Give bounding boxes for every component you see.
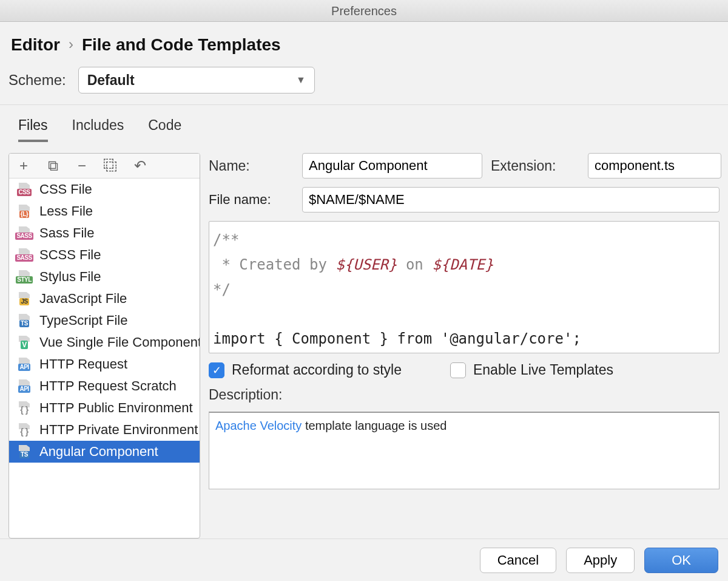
template-list[interactable]: CSSCSS File{L}Less FileSASSSass FileSASS… <box>9 178 200 538</box>
chevron-right-icon: › <box>69 36 73 53</box>
filename-input[interactable] <box>302 187 720 212</box>
description-label: Description: <box>209 387 720 403</box>
file-type-icon: { } <box>15 423 33 437</box>
filename-label: File name: <box>209 192 294 208</box>
name-input[interactable] <box>302 153 482 178</box>
chevron-down-icon: ▼ <box>296 75 306 86</box>
tab-files[interactable]: Files <box>18 117 48 142</box>
file-type-icon: API <box>15 358 33 371</box>
list-item[interactable]: VVue Single File Component <box>9 331 200 353</box>
list-item[interactable]: { }HTTP Private Environment <box>9 419 200 441</box>
file-type-icon: STYL <box>15 270 33 284</box>
description-text: template language is used <box>302 419 447 432</box>
list-item[interactable]: APIHTTP Request Scratch <box>9 375 200 397</box>
file-type-icon: JS <box>15 292 33 305</box>
tab-code[interactable]: Code <box>148 117 181 142</box>
file-type-icon: { } <box>15 401 33 415</box>
list-item-label: HTTP Request Scratch <box>39 378 177 394</box>
list-toolbar: + ⧉ − ⿻ ↶ <box>9 154 200 178</box>
breadcrumb-root[interactable]: Editor <box>11 35 60 55</box>
list-item[interactable]: TSTypeScript File <box>9 310 200 331</box>
file-type-icon: V <box>15 336 33 349</box>
list-item-label: HTTP Public Environment <box>39 400 193 416</box>
list-item-label: Less File <box>39 203 93 219</box>
name-label: Name: <box>209 158 294 174</box>
extension-label: Extension: <box>491 158 579 174</box>
list-item-label: HTTP Request <box>39 356 127 372</box>
reformat-label: Reformat according to style <box>232 362 402 378</box>
extension-input[interactable] <box>588 153 721 178</box>
list-item[interactable]: APIHTTP Request <box>9 353 200 375</box>
list-item[interactable]: SASSSCSS File <box>9 244 200 266</box>
divider <box>0 104 728 105</box>
apache-velocity-link[interactable]: Apache Velocity <box>215 419 302 432</box>
window-title: Preferences <box>0 0 728 22</box>
revert-button[interactable]: ↶ <box>132 157 149 174</box>
scheme-label: Scheme: <box>8 72 66 89</box>
apply-button[interactable]: Apply <box>566 548 635 573</box>
live-templates-label: Enable Live Templates <box>473 362 613 378</box>
file-type-icon: TS <box>15 314 33 327</box>
list-item[interactable]: SASSSass File <box>9 222 200 244</box>
template-list-panel: + ⧉ − ⿻ ↶ CSSCSS File{L}Less FileSASSSas… <box>8 153 200 539</box>
file-type-icon: {L} <box>15 205 33 218</box>
copy-button[interactable]: ⿻ <box>103 157 120 174</box>
list-item-label: SCSS File <box>39 247 101 263</box>
template-code-editor[interactable]: /** * Created by ${USER} on ${DATE} */ i… <box>209 221 720 353</box>
breadcrumb: Editor › File and Code Templates <box>11 35 720 55</box>
list-item-label: JavaScript File <box>39 291 127 307</box>
breadcrumb-page: File and Code Templates <box>82 35 281 55</box>
dialog-footer: Cancel Apply OK <box>0 539 728 581</box>
list-item[interactable]: STYLStylus File <box>9 266 200 288</box>
list-item[interactable]: CSSCSS File <box>9 178 200 200</box>
description-box: Apache Velocity template language is use… <box>209 412 720 489</box>
scheme-value: Default <box>87 72 135 89</box>
ok-button[interactable]: OK <box>644 548 718 573</box>
list-item-label: TypeScript File <box>39 313 128 328</box>
add-child-button[interactable]: ⧉ <box>44 157 61 174</box>
live-templates-checkbox[interactable]: Enable Live Templates <box>450 362 613 378</box>
remove-button[interactable]: − <box>73 157 90 174</box>
list-item-label: Vue Single File Component <box>39 335 200 350</box>
reformat-checkbox[interactable]: ✓ Reformat according to style <box>209 362 402 378</box>
list-item[interactable]: { }HTTP Public Environment <box>9 397 200 419</box>
list-item-label: Angular Component <box>39 444 158 460</box>
cancel-button[interactable]: Cancel <box>480 548 556 573</box>
add-button[interactable]: + <box>15 157 32 174</box>
file-type-icon: CSS <box>15 183 33 196</box>
tab-includes[interactable]: Includes <box>72 117 124 142</box>
file-type-icon: API <box>15 379 33 393</box>
scheme-select[interactable]: Default ▼ <box>78 67 315 93</box>
list-item[interactable]: TSAngular Component <box>9 441 200 463</box>
tabs: Files Includes Code <box>18 117 720 142</box>
file-type-icon: SASS <box>15 248 33 262</box>
file-type-icon: TS <box>15 445 33 458</box>
checkbox-empty-icon <box>450 362 466 378</box>
check-icon: ✓ <box>209 362 224 378</box>
list-item-label: HTTP Private Environment <box>39 422 198 438</box>
list-item[interactable]: {L}Less File <box>9 200 200 222</box>
list-item[interactable]: JSJavaScript File <box>9 288 200 310</box>
list-item-label: Sass File <box>39 225 94 241</box>
list-item-label: Stylus File <box>39 269 101 285</box>
file-type-icon: SASS <box>15 226 33 240</box>
list-item-label: CSS File <box>39 182 92 197</box>
